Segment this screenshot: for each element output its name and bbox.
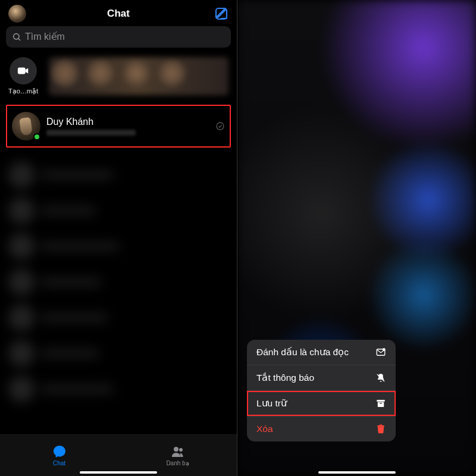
nav-chat[interactable]: Chat — [0, 435, 118, 476]
profile-avatar[interactable] — [8, 5, 26, 23]
search-bar[interactable] — [6, 26, 231, 48]
compose-icon[interactable] — [214, 7, 228, 21]
menu-item-label: Xóa — [256, 424, 273, 434]
svg-rect-5 — [21, 69, 22, 71]
nav-contacts-label: Danh bạ — [166, 460, 189, 466]
menu-item-label: Tắt thông báo — [256, 372, 314, 383]
svg-rect-13 — [380, 403, 382, 403]
svg-point-8 — [179, 448, 183, 452]
svg-point-6 — [217, 123, 224, 130]
mute-icon — [375, 372, 386, 383]
delivered-check-icon — [215, 121, 225, 131]
menu-item-delete[interactable]: Xóa — [247, 416, 396, 441]
trash-icon — [375, 424, 386, 434]
messenger-chat-list-panel: Chat Tạo…mặt Duy Khánh — [0, 0, 237, 476]
conversation-name: Duy Khánh — [46, 117, 209, 127]
bottom-nav: Chat Danh bạ — [0, 434, 237, 476]
home-indicator — [318, 471, 396, 474]
home-indicator — [80, 471, 157, 474]
people-icon — [171, 444, 185, 459]
context-menu: Đánh dấu là chưa đọc Tắt thông báo Lưu t… — [247, 340, 396, 441]
conversation-preview-blurred — [46, 130, 136, 136]
nav-contacts[interactable]: Danh bạ — [118, 435, 237, 476]
chat-icon — [52, 444, 67, 459]
svg-point-7 — [174, 447, 178, 452]
svg-point-1 — [14, 34, 19, 39]
menu-item-mark-unread[interactable]: Đánh dấu là chưa đọc — [247, 340, 396, 365]
search-icon — [12, 32, 21, 42]
story-row: Tạo…mặt — [0, 52, 237, 101]
video-plus-icon — [17, 64, 30, 77]
conversation-avatar-wrap — [12, 112, 40, 140]
svg-point-10 — [383, 348, 386, 351]
conversation-info: Duy Khánh — [46, 117, 209, 136]
unread-icon — [375, 347, 386, 358]
online-indicator — [33, 133, 40, 140]
menu-item-mute[interactable]: Tắt thông báo — [247, 365, 396, 391]
svg-rect-12 — [377, 400, 385, 402]
create-room-label: Tạo…mặt — [8, 87, 39, 95]
conversation-row-highlighted[interactable]: Duy Khánh — [6, 105, 231, 148]
header: Chat — [0, 0, 237, 26]
nav-chat-label: Chat — [53, 460, 65, 466]
page-title: Chat — [0, 8, 237, 20]
active-stories-blurred — [49, 57, 228, 95]
archive-icon — [375, 398, 386, 409]
messenger-context-menu-panel: Đánh dấu là chưa đọc Tắt thông báo Lưu t… — [237, 0, 476, 476]
svg-rect-15 — [380, 425, 383, 426]
create-room[interactable]: Tạo…mặt — [8, 57, 38, 95]
menu-item-label: Lưu trữ — [256, 398, 287, 409]
menu-item-label: Đánh dấu là chưa đọc — [256, 347, 349, 358]
search-input[interactable] — [25, 32, 225, 42]
svg-line-2 — [18, 39, 20, 40]
menu-item-archive[interactable]: Lưu trữ — [247, 391, 396, 416]
search-bar-container — [0, 26, 237, 52]
conversation-list-blurred — [0, 151, 237, 413]
create-room-button[interactable] — [10, 57, 37, 84]
